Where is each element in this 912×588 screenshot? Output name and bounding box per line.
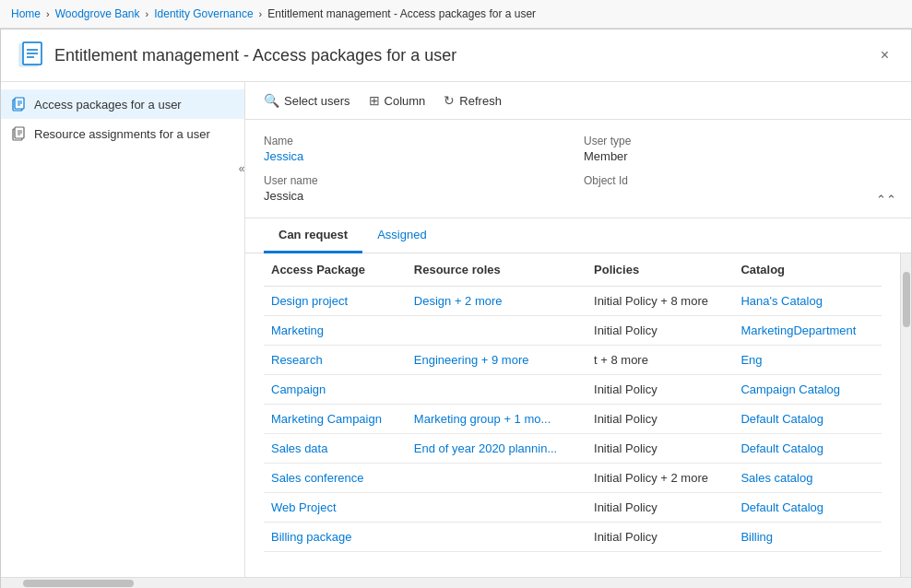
- catalog-link[interactable]: Default Catalog: [740, 500, 823, 514]
- sidebar-collapse-button[interactable]: «: [233, 160, 250, 177]
- table-row: CampaignInitial PolicyCampaign Catalog: [264, 375, 882, 405]
- refresh-label: Refresh: [459, 94, 502, 108]
- col-policies: Policies: [586, 253, 733, 287]
- cell-resource-roles: End of year 2020 plannin...: [407, 434, 586, 464]
- cell-access-package: Research: [264, 346, 407, 375]
- cell-catalog: Default Catalog: [733, 434, 882, 464]
- breadcrumb: Home › Woodgrove Bank › Identity Governa…: [0, 0, 912, 29]
- user-type-label: User type: [584, 135, 893, 147]
- access-packages-icon: [12, 97, 27, 112]
- name-value[interactable]: Jessica: [264, 149, 573, 163]
- access-package-link[interactable]: Marketing: [271, 323, 324, 337]
- sidebar-item-label-resource: Resource assignments for a user: [34, 127, 210, 141]
- sidebar-item-resource-assignments[interactable]: Resource assignments for a user: [1, 119, 244, 148]
- catalog-link[interactable]: MarketingDepartment: [740, 323, 856, 337]
- resource-roles-link[interactable]: Engineering + 9 more: [414, 353, 529, 367]
- cell-access-package: Web Project: [264, 493, 407, 523]
- cell-resource-roles: [407, 375, 586, 405]
- modal-header: Entitlement management - Access packages…: [1, 29, 911, 82]
- breadcrumb-bank[interactable]: Woodgrove Bank: [55, 7, 140, 20]
- user-type-field: User type Member: [584, 135, 893, 163]
- cell-access-package: Design project: [264, 287, 407, 316]
- col-resource-roles: Resource roles: [407, 253, 586, 287]
- access-package-link[interactable]: Billing package: [271, 530, 351, 544]
- cell-access-package: Sales data: [264, 434, 407, 464]
- catalog-link[interactable]: Billing: [740, 530, 773, 544]
- select-users-button[interactable]: 🔍 Select users: [256, 89, 358, 112]
- table-header: Access Package Resource roles Policies C…: [264, 253, 882, 287]
- breadcrumb-home[interactable]: Home: [11, 7, 41, 20]
- column-label: Column: [385, 94, 426, 108]
- cell-access-package: Marketing Campaign: [264, 405, 407, 434]
- user-info-collapse-button[interactable]: ⌃⌃: [876, 193, 896, 206]
- access-package-link[interactable]: Sales conference: [271, 471, 363, 485]
- resource-roles-link[interactable]: End of year 2020 plannin...: [414, 441, 557, 455]
- catalog-link[interactable]: Hana's Catalog: [740, 294, 822, 308]
- access-package-link[interactable]: Sales data: [271, 441, 327, 455]
- table-row: Marketing CampaignMarketing group + 1 mo…: [264, 405, 882, 434]
- col-catalog: Catalog: [733, 253, 882, 287]
- cell-catalog: Campaign Catalog: [733, 375, 882, 405]
- name-field: Name Jessica: [264, 135, 573, 163]
- catalog-link[interactable]: Eng: [740, 353, 762, 367]
- name-label: Name: [264, 135, 573, 147]
- cell-access-package: Campaign: [264, 375, 407, 405]
- cell-policies: Initial Policy: [586, 405, 733, 434]
- catalog-link[interactable]: Campaign Catalog: [740, 382, 840, 396]
- tab-can-request[interactable]: Can request: [264, 218, 362, 253]
- scroll-thumb: [903, 272, 910, 327]
- sidebar-item-access-packages[interactable]: Access packages for a user: [1, 89, 244, 119]
- cell-policies: Initial Policy: [586, 493, 733, 523]
- cell-policies: Initial Policy + 8 more: [586, 287, 733, 316]
- breadcrumb-governance[interactable]: Identity Governance: [154, 7, 253, 20]
- cell-policies: t + 8 more: [586, 346, 733, 375]
- data-table: Access Package Resource roles Policies C…: [264, 253, 882, 552]
- cell-policies: Initial Policy: [586, 523, 733, 552]
- catalog-link[interactable]: Default Catalog: [740, 412, 823, 426]
- table-row: ResearchEngineering + 9 moret + 8 moreEn…: [264, 346, 882, 375]
- username-field: User name Jessica: [264, 174, 573, 203]
- refresh-icon: ↻: [444, 93, 455, 108]
- cell-resource-roles: Marketing group + 1 mo...: [407, 405, 586, 434]
- table-row: Sales dataEnd of year 2020 plannin...Ini…: [264, 434, 882, 464]
- close-button[interactable]: ×: [873, 43, 896, 67]
- cell-catalog: Default Catalog: [733, 405, 882, 434]
- modal: Entitlement management - Access packages…: [0, 29, 912, 588]
- cell-resource-roles: [407, 493, 586, 523]
- table-container: Access Package Resource roles Policies C…: [245, 253, 900, 577]
- resource-roles-link[interactable]: Marketing group + 1 mo...: [414, 412, 551, 426]
- cell-resource-roles: [407, 316, 586, 346]
- refresh-button[interactable]: ↻ Refresh: [436, 89, 509, 112]
- access-package-link[interactable]: Research: [271, 353, 323, 367]
- toolbar: 🔍 Select users ⊞ Column ↻ Refresh: [245, 82, 911, 120]
- bottom-scrollbar[interactable]: [1, 577, 911, 588]
- table-row: Design projectDesign + 2 moreInitial Pol…: [264, 287, 882, 316]
- catalog-link[interactable]: Default Catalog: [740, 441, 823, 455]
- modal-icon: [16, 41, 45, 70]
- column-button[interactable]: ⊞ Column: [361, 89, 433, 112]
- cell-catalog: Default Catalog: [733, 493, 882, 523]
- resource-roles-link[interactable]: Design + 2 more: [414, 294, 503, 308]
- access-package-link[interactable]: Campaign: [271, 382, 326, 396]
- table-row: Web ProjectInitial PolicyDefault Catalog: [264, 493, 882, 523]
- username-value: Jessica: [264, 189, 573, 203]
- modal-body: « Access packages for a user: [1, 82, 911, 577]
- access-package-link[interactable]: Marketing Campaign: [271, 412, 382, 426]
- cell-catalog: Eng: [733, 346, 882, 375]
- table-row: Billing packageInitial PolicyBilling: [264, 523, 882, 552]
- col-access-package: Access Package: [264, 253, 407, 287]
- cell-catalog: Hana's Catalog: [733, 287, 882, 316]
- cell-policies: Initial Policy + 2 more: [586, 464, 733, 493]
- scrollbar-right[interactable]: [900, 253, 911, 577]
- cell-access-package: Billing package: [264, 523, 407, 552]
- access-package-link[interactable]: Design project: [271, 294, 348, 308]
- catalog-link[interactable]: Sales catalog: [740, 471, 812, 485]
- cell-catalog: Sales catalog: [733, 464, 882, 493]
- cell-policies: Initial Policy: [586, 375, 733, 405]
- access-package-link[interactable]: Web Project: [271, 500, 337, 514]
- cell-policies: Initial Policy: [586, 316, 733, 346]
- cell-catalog: Billing: [733, 523, 882, 552]
- tab-assigned[interactable]: Assigned: [362, 218, 441, 253]
- main-content: 🔍 Select users ⊞ Column ↻ Refresh Name: [245, 82, 911, 577]
- tabs-bar: Can request Assigned: [245, 218, 911, 253]
